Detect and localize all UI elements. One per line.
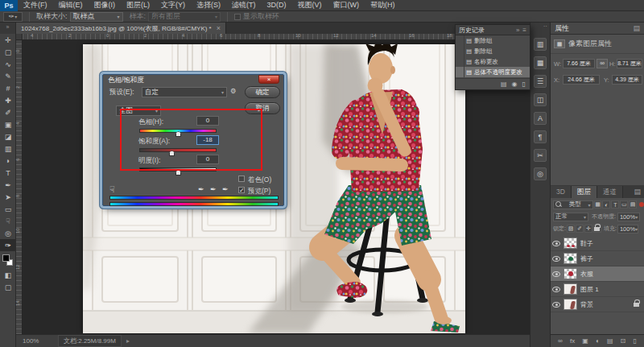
panel-menu-icon[interactable]: ▤ <box>633 24 640 32</box>
lock-move-button[interactable]: ✛ <box>584 225 592 233</box>
menu-type[interactable]: 文字(Y) <box>155 0 191 10</box>
move-tool[interactable]: ✛ <box>0 34 16 46</box>
gradient-tool[interactable]: ▥ <box>0 143 16 155</box>
new-layer-button[interactable]: ⊡ <box>621 337 626 345</box>
layer-thumbnail[interactable] <box>564 238 577 249</box>
visibility-eye-icon[interactable] <box>552 271 560 277</box>
layer-mask-button[interactable]: ▣ <box>582 337 588 345</box>
preset-gear-icon[interactable]: ⚙ <box>230 87 237 95</box>
menu-window[interactable]: 窗口(W) <box>328 0 365 10</box>
menu-select[interactable]: 选择(S) <box>191 0 226 10</box>
layer-filter-select[interactable]: 类型 ▾ <box>553 200 593 209</box>
menu-help[interactable]: 帮助(H) <box>365 0 401 10</box>
layer-thumbnail[interactable] <box>564 283 577 295</box>
dialog-close-button[interactable]: × <box>258 75 279 84</box>
layer-row-shoes[interactable]: 鞋子 <box>551 236 644 251</box>
active-tool-chip[interactable]: ✑ ▾ <box>3 12 23 22</box>
document-tab[interactable]: 1024x768_2d0ec2333ab16b3.jpg @ 100%(衣服, … <box>16 23 226 34</box>
preview-checkbox[interactable]: ✓ <box>238 187 245 193</box>
filter-smart-object-button[interactable]: ▤ <box>629 200 637 209</box>
link-layers-button[interactable]: ∞ <box>558 337 563 345</box>
zoom-level-field[interactable]: 100% <box>16 337 43 345</box>
sample-size-select[interactable]: 取样点 ▾ <box>70 12 123 22</box>
color-swatches[interactable] <box>0 253 16 269</box>
eyedropper-tool[interactable]: ✑ <box>0 239 16 251</box>
fill-select[interactable]: 100% ▾ <box>617 225 638 233</box>
crop-tool[interactable]: # <box>0 82 16 94</box>
menu-image[interactable]: 图像(I) <box>89 0 122 10</box>
visibility-eye-icon[interactable] <box>552 287 560 292</box>
layer-style-button[interactable]: fx <box>570 337 575 345</box>
show-ring-checkbox[interactable] <box>234 14 241 20</box>
layer-row-pants[interactable]: 裤子 <box>551 251 644 266</box>
panel-menu-icon[interactable]: ▤ <box>630 186 644 198</box>
paragraph-panel-button[interactable]: ¶ <box>534 130 547 143</box>
expand-dock-button[interactable]: ·· <box>530 23 550 32</box>
marquee-tool[interactable]: ▢ <box>0 46 16 58</box>
filter-pixel-button[interactable]: ▦ <box>594 200 602 209</box>
lock-paint-button[interactable]: ✐ <box>576 225 584 233</box>
opacity-select[interactable]: 100% ▾ <box>617 213 640 221</box>
visibility-eye-icon[interactable] <box>552 241 560 246</box>
eyedropper-subtract-icon[interactable]: ✒ <box>222 185 229 193</box>
visibility-eye-icon[interactable] <box>552 302 560 308</box>
layer-row-layer1[interactable]: 图层 1 <box>551 282 644 297</box>
shape-tool[interactable]: ▭ <box>0 203 16 215</box>
eraser-tool[interactable]: ◪ <box>0 130 16 143</box>
layer-thumbnail[interactable] <box>564 299 577 310</box>
tab-layers[interactable]: 图层 <box>572 186 597 198</box>
panel-menu-icon[interactable]: ≡ <box>522 27 526 34</box>
new-group-button[interactable]: ▤ <box>607 337 613 345</box>
history-item[interactable]: ▤ 名称更改 <box>456 56 530 67</box>
healing-brush-tool[interactable]: ✚ <box>0 94 16 106</box>
menu-edit[interactable]: 编辑(E) <box>53 0 89 10</box>
tab-3d[interactable]: 3D <box>551 186 572 198</box>
filter-toggle-icon[interactable] <box>639 202 644 207</box>
eyedropper-sample-icon[interactable]: ✒ <box>198 185 204 193</box>
history-item-selected[interactable]: ▤ 总体不透明度更改 <box>456 67 530 77</box>
layer-comps-panel-button[interactable]: ◫ <box>534 93 547 106</box>
status-arrow-icon[interactable]: ▸ <box>126 337 130 345</box>
brush-tool[interactable]: ✐ <box>0 106 16 118</box>
ps-logo-icon[interactable]: Ps <box>0 0 18 11</box>
eyedropper-add-icon[interactable]: ✒ <box>210 185 217 193</box>
layer-row-clothes-selected[interactable]: 衣服 <box>551 266 644 282</box>
new-document-from-state-icon[interactable]: ▤ <box>501 81 507 88</box>
hand-tool[interactable]: ☟ <box>0 215 16 227</box>
lock-transparent-button[interactable]: ▨ <box>567 225 575 233</box>
y-field[interactable]: 4.39 厘米 <box>612 75 642 85</box>
character-panel-button[interactable]: A <box>534 112 547 125</box>
colorize-checkbox[interactable] <box>238 176 245 182</box>
blend-mode-select[interactable]: 正常 ▾ <box>553 213 588 221</box>
ok-button[interactable]: 确定 <box>245 86 280 98</box>
x-field[interactable]: 24.66 厘米 <box>563 75 600 85</box>
width-field[interactable]: 7.66 厘米 <box>563 59 595 68</box>
filter-adjustment-button[interactable]: ◐ <box>602 200 610 209</box>
new-snapshot-icon[interactable]: ◉ <box>512 81 518 88</box>
history-item[interactable]: ▤ 删除组 <box>456 46 530 56</box>
link-dimensions-icon[interactable]: ∞ <box>597 59 608 68</box>
filter-shape-button[interactable]: ▭ <box>620 200 628 209</box>
adjustment-layer-button[interactable]: ◐ <box>596 337 600 345</box>
height-field[interactable]: 8.71 厘米 <box>617 59 642 68</box>
tab-channels[interactable]: 通道 <box>597 186 623 198</box>
filter-type-button[interactable]: T <box>611 200 619 209</box>
visibility-eye-icon[interactable] <box>552 256 560 262</box>
pen-tool[interactable]: ✒ <box>0 179 16 191</box>
layer-thumbnail[interactable] <box>564 253 577 264</box>
menu-3d[interactable]: 3D(D) <box>262 0 292 10</box>
quick-mask-button[interactable]: ◧ <box>0 269 16 281</box>
history-item[interactable]: ▤ 删除组 <box>456 35 530 46</box>
preset-select[interactable]: 自定 ▾ <box>142 87 227 97</box>
menu-file[interactable]: 文件(F) <box>18 0 53 10</box>
properties-panel-tab[interactable]: 属性 <box>555 23 569 34</box>
swatches-panel-button[interactable]: ▦ <box>534 56 547 69</box>
menu-view[interactable]: 视图(V) <box>292 0 328 10</box>
type-tool[interactable]: T <box>0 167 16 179</box>
clone-source-panel-button[interactable]: ◎ <box>534 167 547 180</box>
delete-state-icon[interactable]: ▯ <box>522 81 526 88</box>
menu-layer[interactable]: 图层(L) <box>121 0 155 10</box>
collapse-toolbar-button[interactable]: » <box>0 23 15 34</box>
path-selection-tool[interactable]: ➤ <box>0 191 16 203</box>
blur-tool[interactable]: ◗ <box>0 155 16 167</box>
